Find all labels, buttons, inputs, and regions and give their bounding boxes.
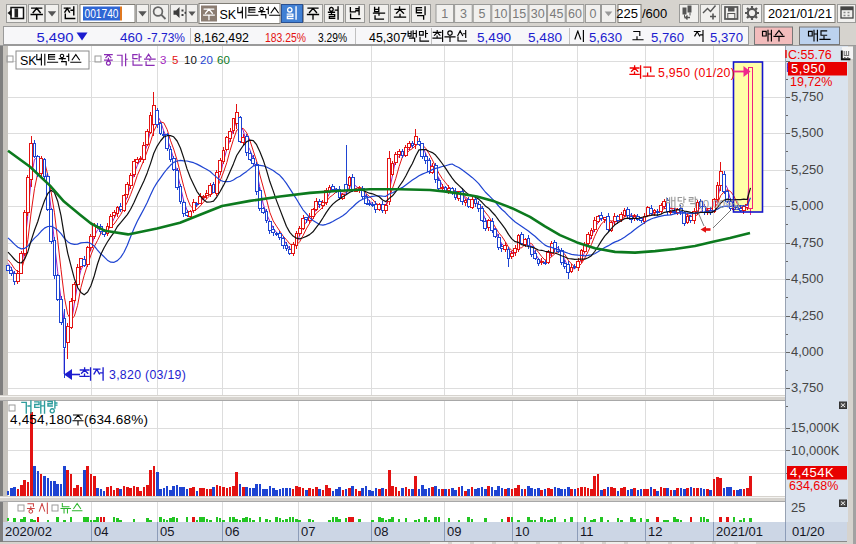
svg-text:12: 12 — [648, 524, 662, 539]
svg-text:SK: SK — [20, 54, 37, 68]
svg-text:5,500: 5,500 — [791, 125, 824, 140]
svg-text:15,000K: 15,000K — [791, 420, 840, 435]
svg-text:11: 11 — [580, 524, 594, 539]
svg-text:5,480: 5,480 — [528, 31, 562, 45]
svg-text:10: 10 — [494, 7, 508, 21]
svg-text:5,490: 5,490 — [477, 31, 511, 45]
svg-text:04: 04 — [94, 524, 108, 539]
svg-text:4,000: 4,000 — [791, 344, 824, 359]
svg-text:1: 1 — [441, 7, 448, 21]
svg-text:460: 460 — [120, 31, 143, 45]
svg-text:3: 3 — [460, 7, 467, 21]
svg-text:5,950 (01/20): 5,950 (01/20) — [658, 66, 735, 80]
svg-text:5,630: 5,630 — [589, 31, 622, 45]
svg-text:05: 05 — [160, 524, 174, 539]
svg-text:4,500: 4,500 — [791, 271, 824, 286]
svg-text:5: 5 — [479, 7, 486, 21]
svg-text:(634.68%): (634.68%) — [84, 412, 148, 427]
svg-text:10: 10 — [184, 54, 197, 66]
svg-text:225: 225 — [616, 6, 638, 21]
svg-text:3.29%: 3.29% — [318, 31, 347, 45]
svg-text:8,162,492: 8,162,492 — [194, 31, 249, 45]
svg-text:08: 08 — [374, 524, 388, 539]
svg-text:4,750: 4,750 — [791, 235, 824, 250]
svg-text:25: 25 — [791, 500, 805, 515]
svg-text:183.25%: 183.25% — [265, 31, 306, 45]
svg-text:5,370: 5,370 — [710, 31, 743, 45]
svg-text:09: 09 — [447, 524, 461, 539]
svg-text:5,950: 5,950 — [791, 61, 826, 76]
svg-text:0: 0 — [590, 7, 597, 21]
svg-text:01/20: 01/20 — [792, 524, 825, 539]
svg-text:(0.00%): (0.00%) — [699, 198, 739, 210]
svg-text:19,72%: 19,72% — [790, 75, 832, 89]
svg-text:5,250: 5,250 — [791, 162, 824, 177]
svg-text:5: 5 — [172, 54, 178, 66]
svg-text:5,760: 5,760 — [651, 31, 684, 45]
svg-text:634,68%: 634,68% — [789, 479, 838, 493]
svg-text:30: 30 — [531, 7, 545, 21]
svg-text:60: 60 — [217, 54, 230, 66]
svg-text:07: 07 — [301, 524, 315, 539]
svg-text:4,454K: 4,454K — [790, 465, 834, 480]
svg-text:4,454,180: 4,454,180 — [10, 412, 72, 427]
svg-text:/600: /600 — [642, 6, 667, 21]
svg-text:4,250: 4,250 — [791, 308, 824, 323]
svg-text:5,490: 5,490 — [37, 31, 74, 45]
svg-text:5,750: 5,750 — [791, 89, 824, 104]
svg-text:C:55.76: C:55.76 — [788, 48, 832, 62]
svg-text:-7.73%: -7.73% — [147, 31, 185, 45]
svg-text:2020/02: 2020/02 — [5, 524, 52, 539]
svg-text:2021/01: 2021/01 — [716, 524, 763, 539]
svg-text:45: 45 — [549, 7, 563, 21]
svg-text:3,820 (03/19): 3,820 (03/19) — [109, 368, 186, 382]
svg-text:3,750: 3,750 — [791, 380, 824, 395]
svg-text:2021/01/21: 2021/01/21 — [768, 6, 832, 21]
svg-text:10: 10 — [515, 524, 529, 539]
svg-text:20: 20 — [200, 54, 213, 66]
svg-text:5,000: 5,000 — [791, 198, 824, 213]
svg-text:10,000K: 10,000K — [791, 443, 840, 458]
svg-text:60: 60 — [568, 7, 582, 21]
svg-text:45,307: 45,307 — [369, 31, 407, 45]
svg-text:SK: SK — [220, 8, 237, 22]
svg-text:001740: 001740 — [85, 7, 119, 21]
svg-text:3: 3 — [160, 54, 166, 66]
svg-text:15: 15 — [512, 7, 526, 21]
svg-text:06: 06 — [225, 524, 239, 539]
